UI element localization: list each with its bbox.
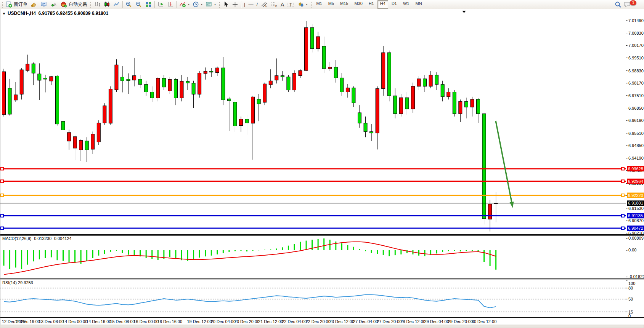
toolbar-grip[interactable] [218,2,220,8]
macd-histogram-bar [15,250,16,267]
auto-scroll-button[interactable] [156,0,165,9]
hline-handle[interactable] [622,214,624,217]
signal-button[interactable] [49,0,59,9]
trendline-tool-button[interactable]: / [255,0,259,9]
fibonacci-tool-button[interactable]: F [269,0,279,9]
new-order-label: 新订单 [14,1,27,8]
market-watch-button[interactable] [39,0,49,9]
indicators-button[interactable]: ▾ [178,0,191,9]
macd-histogram-bar [353,247,354,250]
macd-histogram-bar [424,250,426,256]
chart-shift-button[interactable] [165,0,175,9]
tile-windows-button[interactable] [144,0,153,9]
toolbar-grip[interactable] [310,2,312,8]
hline-handle[interactable] [1,227,3,230]
chevron-down-icon[interactable]: ▾ [188,3,190,6]
macd-scale-label: -0.018229 [628,274,644,279]
price-tick-label: 6.91530 [628,206,644,211]
timeframe-button-d1[interactable]: D1 [389,0,400,9]
hline-handle[interactable] [622,227,624,230]
macd-histogram-bar [51,250,52,257]
chevron-down-icon[interactable]: ▾ [306,3,307,6]
macd-histogram-bar [151,250,153,259]
macd-histogram-bar [436,250,437,253]
chevron-down-icon[interactable]: ▾ [214,3,216,6]
rsi-scale-label: 80 [628,286,633,290]
vertical-line-tool-button[interactable]: | [243,0,247,9]
hline-handle[interactable] [1,180,3,182]
vertical-line-icon: | [244,2,245,7]
candle [103,103,106,125]
chevron-down-icon[interactable]: ▾ [201,3,202,6]
timeframe-button-h4[interactable]: H4 [377,0,388,9]
timeframe-button-w1[interactable]: W1 [400,0,412,9]
hline-handle[interactable] [1,167,3,170]
search-icon[interactable] [615,1,622,8]
candle [109,86,112,125]
arrows-tool-button[interactable]: ▾ [296,0,309,9]
timeframe-button-m15[interactable]: M15 [337,0,351,9]
notification-badge[interactable]: 1 [630,0,636,5]
bar-chart-mode-button[interactable] [93,0,102,9]
toolbar-separator [176,1,177,8]
cursor-tool-button[interactable] [222,0,230,9]
horizontal-line-tool-button[interactable]: — [247,0,255,9]
hline-handle[interactable] [622,194,624,197]
price-badge: 6.92220 [627,193,644,198]
zoom-in-button[interactable] [124,0,134,9]
macd-histogram-bar [341,243,342,250]
templates-button[interactable]: ▾ [204,0,217,9]
macd-name: MACD(12,26,9) [2,236,31,241]
svg-text:6.91135: 6.91135 [628,213,643,218]
candlestick-mode-button[interactable] [102,0,112,9]
line-chart-icon [113,1,120,8]
new-order-icon [6,1,12,8]
time-axis[interactable]: 12 Dec 202212 Dec 16:0013 Dec 08:0014 De… [2,319,496,324]
price-tick-label: 6.96850 [628,106,644,110]
auto-trading-button[interactable]: 自动交易 [59,0,88,9]
crosshair-tool-button[interactable] [230,0,240,9]
text-icon: A [281,2,284,7]
macd-histogram-bar [483,250,485,262]
channel-tool-button[interactable]: E [259,0,269,9]
toolbar-right-icons: 1 [615,1,644,8]
toolbar-separator [241,1,241,8]
rsi-indicator-label: RSI(14) 29.3253 [2,280,33,285]
text-tool-button[interactable]: A [279,0,286,9]
timeframe-button-m5[interactable]: M5 [326,0,337,9]
text-label-tool-button[interactable]: T [286,0,296,9]
macd-histogram-bar [300,242,301,250]
hline-handle[interactable] [622,180,624,182]
candle [263,83,267,105]
line-chart-mode-button[interactable] [112,0,121,9]
time-tick-label: 16 Dec 16:00 [157,319,182,324]
timeframe-button-mn[interactable]: MN [413,0,424,9]
time-tick-label: 28 Dec 12:00 [400,319,425,324]
timeframe-button-h1[interactable]: H1 [366,0,377,9]
price-badge: 6.91135 [627,213,644,218]
time-tick-label: 29 Dec 04:00 [424,319,449,324]
time-tick-label: 16 Dec 00:00 [133,319,158,324]
new-order-button[interactable]: 新订单 [4,0,29,9]
hline-handle[interactable] [1,194,3,197]
chart-symbol-period: USDCNH-,H4 [8,11,36,16]
periods-button[interactable]: ▾ [191,0,204,9]
horn-button[interactable] [29,0,39,9]
price-tick-label: 6.97510 [628,93,644,98]
macd-histogram-bar [169,250,170,257]
toolbar-grip[interactable] [1,2,3,8]
toolbar-grip[interactable] [90,2,92,8]
zoom-out-button[interactable] [134,0,144,9]
macd-histogram-bar [241,250,242,251]
macd-histogram-bar [270,250,271,250]
timeframe-button-m30[interactable]: M30 [352,0,365,9]
chart-area[interactable]: 7.014907.008307.001706.995106.988306.981… [0,0,644,328]
price-tick-label: 6.98830 [628,69,644,73]
price-badge: 6.92964 [627,179,644,184]
svg-text:6.92964: 6.92964 [628,179,643,184]
hline-handle[interactable] [622,167,624,170]
chart-dropdown-triangle-icon[interactable]: ▼ [2,12,6,16]
timeframe-button-m1[interactable]: M1 [313,0,324,9]
hline-handle[interactable] [1,214,3,217]
time-tick-label: 27 Dec 04:00 [353,319,378,324]
